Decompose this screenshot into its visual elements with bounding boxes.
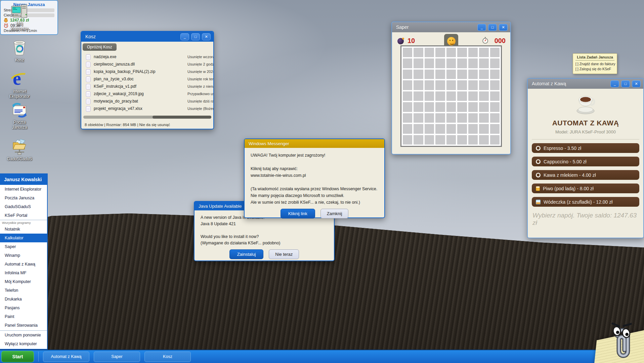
saper-cell[interactable] xyxy=(446,135,456,145)
saper-cell[interactable] xyxy=(435,102,445,112)
saper-cell[interactable] xyxy=(490,135,500,145)
horizontal-scrollbar[interactable] xyxy=(83,116,211,119)
saper-cell[interactable] xyxy=(479,135,488,145)
saper-cell[interactable] xyxy=(468,124,478,133)
drink-button[interactable]: Cappuccino - 5.00 zł xyxy=(532,157,639,166)
saper-cell[interactable] xyxy=(425,135,434,145)
start-menu-item[interactable]: KSeF Portal xyxy=(0,211,47,220)
start-menu-item[interactable]: Paint xyxy=(0,312,47,321)
close-dialog-button[interactable]: Zamknij xyxy=(320,209,349,218)
saper-cell[interactable] xyxy=(425,91,434,101)
saper-cell[interactable] xyxy=(414,70,423,79)
start-button[interactable]: Start xyxy=(1,351,34,362)
saper-cell[interactable] xyxy=(403,102,412,112)
saper-cell[interactable] xyxy=(457,58,467,68)
saper-cell[interactable] xyxy=(414,124,423,133)
desktop-icon-gadusgadus[interactable]: GaduSGaduS xyxy=(3,137,36,162)
kosz-file-row[interactable]: plan_na_życie_v3.doc Usunięte rok temu xyxy=(81,76,213,83)
start-menu-item[interactable]: Pasjans xyxy=(0,304,47,312)
saper-cell[interactable] xyxy=(403,113,412,123)
saper-cell[interactable] xyxy=(468,80,478,90)
saper-cell[interactable] xyxy=(468,70,478,79)
saper-cell[interactable] xyxy=(468,91,478,101)
saper-cell[interactable] xyxy=(490,70,500,79)
start-menu-item[interactable]: Automat z Kawą xyxy=(0,260,47,269)
saper-cell[interactable] xyxy=(457,70,467,79)
saper-cell[interactable] xyxy=(435,58,445,68)
saper-cell[interactable] xyxy=(414,48,423,57)
saper-cell[interactable] xyxy=(403,124,412,133)
saper-cell[interactable] xyxy=(425,48,434,57)
note-task-item[interactable]: [ ] Zaloguj się do KSeF xyxy=(575,67,614,72)
note-task-item[interactable]: [ ] Znajdź dane do faktury xyxy=(575,62,614,67)
saper-cell[interactable] xyxy=(446,58,456,68)
saper-cell[interactable] xyxy=(446,124,456,133)
empty-recycle-bin-button[interactable]: Opróżnij Kosz xyxy=(83,43,117,51)
start-menu-item[interactable]: Panel Sterowania xyxy=(0,321,47,330)
saper-cell[interactable] xyxy=(414,113,423,123)
saper-cell[interactable] xyxy=(425,102,434,112)
saper-cell[interactable] xyxy=(435,124,445,133)
saper-cell[interactable] xyxy=(414,135,423,145)
saper-cell[interactable] xyxy=(490,91,500,101)
start-menu-item[interactable]: Uruchom ponownie xyxy=(0,331,47,339)
saper-cell[interactable] xyxy=(435,80,445,90)
saper-cell[interactable] xyxy=(457,102,467,112)
desktop-icon-recycle-bin[interactable]: Kosz xyxy=(3,40,36,63)
saper-cell[interactable] xyxy=(479,113,488,123)
saper-cell[interactable] xyxy=(414,80,423,90)
desktop-icon-my-computer[interactable]: Mój Komputer xyxy=(3,4,36,32)
start-menu-item[interactable]: Mój Komputer xyxy=(0,277,47,286)
click-link-button[interactable]: Kliknij link xyxy=(281,209,315,218)
start-menu-item[interactable]: GaduSGaduS xyxy=(0,202,47,211)
saper-titlebar[interactable]: Saper _ □ ✕ xyxy=(392,22,510,32)
automat-titlebar[interactable]: Automat z Kawą _ □ ✕ xyxy=(528,79,643,89)
saper-cell[interactable] xyxy=(435,91,445,101)
kosz-file-row[interactable]: zdjecie_z_wakacji_2019.jpg Przypadkowo u… xyxy=(81,90,213,98)
saper-cell[interactable] xyxy=(446,48,456,57)
start-menu-item[interactable]: Kalkulator xyxy=(0,234,47,242)
saper-cell[interactable] xyxy=(468,113,478,123)
not-now-button[interactable]: Nie teraz xyxy=(269,249,299,259)
saper-cell[interactable] xyxy=(457,124,467,133)
saper-cell[interactable] xyxy=(479,48,488,57)
saper-cell[interactable] xyxy=(446,80,456,90)
close-button[interactable]: ✕ xyxy=(632,80,641,87)
close-button[interactable]: ✕ xyxy=(202,33,211,40)
start-menu-item[interactable]: Saper xyxy=(0,242,47,251)
scrollbar-thumb[interactable] xyxy=(153,116,211,119)
kosz-file-row[interactable]: nadzieja.exe Usunięte wczoraj xyxy=(81,53,213,61)
saper-cell[interactable] xyxy=(457,91,467,101)
start-menu-item[interactable]: Wyłącz komputer xyxy=(0,339,47,348)
saper-cell[interactable] xyxy=(490,102,500,112)
saper-cell[interactable] xyxy=(435,135,445,145)
drink-button[interactable]: Kawa z mlekiem - 4.00 zł xyxy=(532,170,639,180)
desktop-icon-internet-explorer[interactable]: e Internet Eksplorator xyxy=(3,69,36,99)
saper-cell[interactable] xyxy=(425,80,434,90)
kosz-file-row[interactable]: kopia_kopia_backup_FINAL(2).zip Usunięte… xyxy=(81,68,213,76)
drink-button[interactable]: Wódeczka (z szufladki) - 12.00 zł xyxy=(532,197,639,207)
taskbar-task-button[interactable]: Saper xyxy=(94,352,140,362)
start-menu-item[interactable]: Internet Eksplorator xyxy=(0,185,47,194)
kosz-titlebar[interactable]: Kosz _ □ ✕ xyxy=(81,32,213,42)
start-menu-item[interactable]: Notatnik xyxy=(0,225,47,234)
maximize-button[interactable]: □ xyxy=(621,80,630,87)
saper-cell[interactable] xyxy=(457,48,467,57)
saper-cell[interactable] xyxy=(435,48,445,57)
saper-cell[interactable] xyxy=(403,70,412,79)
saper-cell[interactable] xyxy=(457,135,467,145)
start-menu-item[interactable]: Winamp xyxy=(0,251,47,260)
saper-cell[interactable] xyxy=(403,135,412,145)
saper-cell[interactable] xyxy=(403,91,412,101)
close-button[interactable]: ✕ xyxy=(499,24,508,31)
saper-cell[interactable] xyxy=(446,102,456,112)
saper-cell[interactable] xyxy=(479,102,488,112)
saper-cell[interactable] xyxy=(403,48,412,57)
saper-cell[interactable] xyxy=(479,124,488,133)
kosz-file-row[interactable]: projekt_emigracja_v47.xlsx Usunięte (Boż… xyxy=(81,105,213,113)
saper-cell[interactable] xyxy=(468,102,478,112)
saper-cell[interactable] xyxy=(435,113,445,123)
taskbar-task-button[interactable]: Kosz xyxy=(144,352,191,362)
minimize-button[interactable]: _ xyxy=(610,80,619,87)
saper-cell[interactable] xyxy=(468,135,478,145)
